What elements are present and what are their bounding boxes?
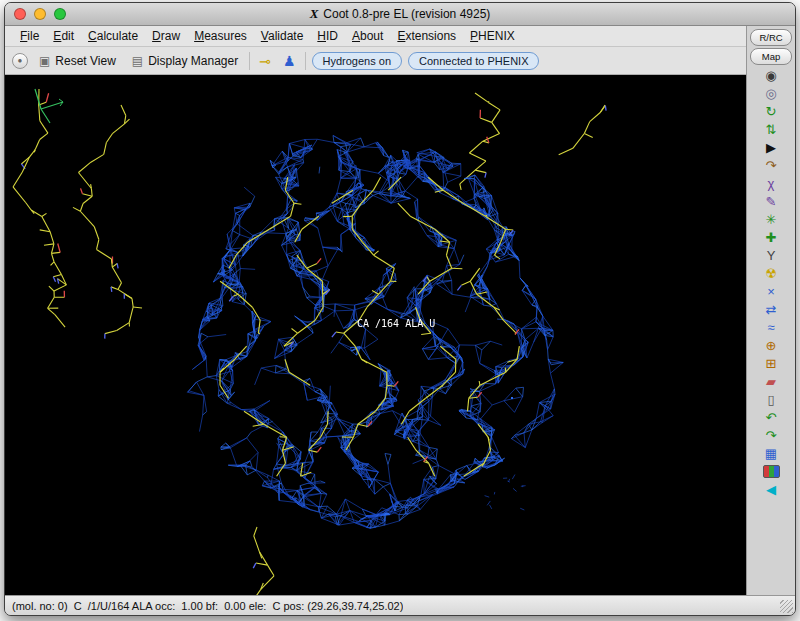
rotamer-icon[interactable]: χ (758, 175, 784, 192)
menu-calculate[interactable]: Calculate (81, 27, 145, 45)
display-manager-icon: ▤ (132, 54, 143, 68)
back-view-icon[interactable]: ◀ (758, 481, 784, 498)
undo-icon[interactable]: ↶ (758, 409, 784, 426)
window-title-text: Coot 0.8-pre EL (revision 4925) (323, 7, 490, 21)
auto-fit-rotamer-icon[interactable]: ↷ (758, 157, 784, 174)
display-manager-label: Display Manager (148, 54, 238, 68)
add-terminal-residue-icon[interactable]: ✚ (758, 229, 784, 246)
edit-chi-angles-icon[interactable]: ✎ (758, 193, 784, 210)
resize-grip[interactable] (780, 600, 793, 613)
traffic-lights (14, 8, 66, 20)
rotate-translate-icon[interactable]: ▶ (758, 139, 784, 156)
menu-file[interactable]: File (13, 27, 46, 45)
menu-hid[interactable]: HID (310, 27, 345, 45)
menu-edit[interactable]: Edit (46, 27, 81, 45)
left-column: FileEditCalculateDrawMeasuresValidateHID… (5, 26, 746, 595)
display-control-icon[interactable]: ▦ (758, 445, 784, 462)
delete-item-icon[interactable]: ▯ (758, 391, 784, 408)
map-button[interactable]: Map (750, 48, 792, 65)
sphere-refine-icon[interactable]: ◉ (758, 67, 784, 84)
close-button[interactable] (14, 8, 26, 20)
display-manager-button[interactable]: ▤ Display Manager (127, 52, 243, 70)
x11-icon: X (310, 6, 319, 22)
titlebar[interactable]: X Coot 0.8-pre EL (revision 4925) (5, 3, 795, 26)
menu-phenix[interactable]: PHENIX (463, 27, 522, 45)
phenix-connection-button[interactable]: Connected to PHENIX (408, 52, 539, 70)
molecular-viewport[interactable] (5, 75, 746, 595)
toolbar-collapse-button[interactable]: ● (12, 53, 28, 69)
menubar: FileEditCalculateDrawMeasuresValidateHID… (5, 26, 746, 47)
window-title: X Coot 0.8-pre EL (revision 4925) (310, 6, 491, 22)
side-icon-stack: ◉◎↻⇅▶↷χ✎✳✚Y☢×⇄≈⊕⊞▰▯↶↷▦◀ (758, 67, 784, 498)
toolbar: ● ▣ Reset View ▤ Display Manager ⊸ ♟ Hyd… (5, 47, 746, 75)
add-alt-conf-icon[interactable]: Y (758, 247, 784, 264)
menu-measures[interactable]: Measures (187, 27, 254, 45)
figure-icon[interactable]: ♟ (280, 53, 299, 69)
reset-view-button[interactable]: ▣ Reset View (34, 52, 121, 70)
minimize-button[interactable] (34, 8, 46, 20)
jiggle-fit-icon[interactable]: ☢ (758, 265, 784, 282)
mutate-residue-icon[interactable]: ✳ (758, 211, 784, 228)
toolbar-separator (249, 52, 250, 70)
place-atom-icon[interactable]: ⊕ (758, 337, 784, 354)
reset-view-icon: ▣ (39, 54, 50, 68)
side-chain-180-icon[interactable]: ⇄ (758, 301, 784, 318)
rigid-body-icon[interactable]: ⇅ (758, 121, 784, 138)
toolbar-separator-2 (305, 52, 306, 70)
status-bar: (mol. no: 0) C /1/U/164 ALA occ: 1.00 bf… (5, 595, 795, 615)
menu-draw[interactable]: Draw (145, 27, 187, 45)
flip-peptide-icon[interactable]: × (758, 283, 784, 300)
eraser-icon[interactable]: ▰ (758, 373, 784, 390)
redo-icon[interactable]: ↷ (758, 427, 784, 444)
side-toolbar: R/RC Map ◉◎↻⇅▶↷χ✎✳✚Y☢×⇄≈⊕⊞▰▯↶↷▦◀ (746, 26, 795, 595)
pointer-atom-icon[interactable]: ⊞ (758, 355, 784, 372)
menu-validate[interactable]: Validate (254, 27, 311, 45)
status-text: (mol. no: 0) C /1/U/164 ALA occ: 1.00 bf… (12, 600, 403, 612)
main-row: FileEditCalculateDrawMeasuresValidateHID… (5, 26, 795, 595)
regularize-icon[interactable]: ↻ (758, 103, 784, 120)
coot-window: X Coot 0.8-pre EL (revision 4925) FileEd… (4, 2, 796, 616)
hydrogens-toggle-button[interactable]: Hydrogens on (312, 52, 403, 70)
screen-capture-icon[interactable] (758, 463, 784, 480)
zoom-button[interactable] (54, 8, 66, 20)
menu-about[interactable]: About (345, 27, 390, 45)
key-icon[interactable]: ⊸ (256, 53, 274, 69)
refine-rc-button[interactable]: R/RC (750, 29, 792, 46)
menu-extensions[interactable]: Extensions (390, 27, 463, 45)
reset-view-label: Reset View (55, 54, 115, 68)
map-sphere-icon[interactable]: ◎ (758, 85, 784, 102)
backrub-rotamer-icon[interactable]: ≈ (758, 319, 784, 336)
